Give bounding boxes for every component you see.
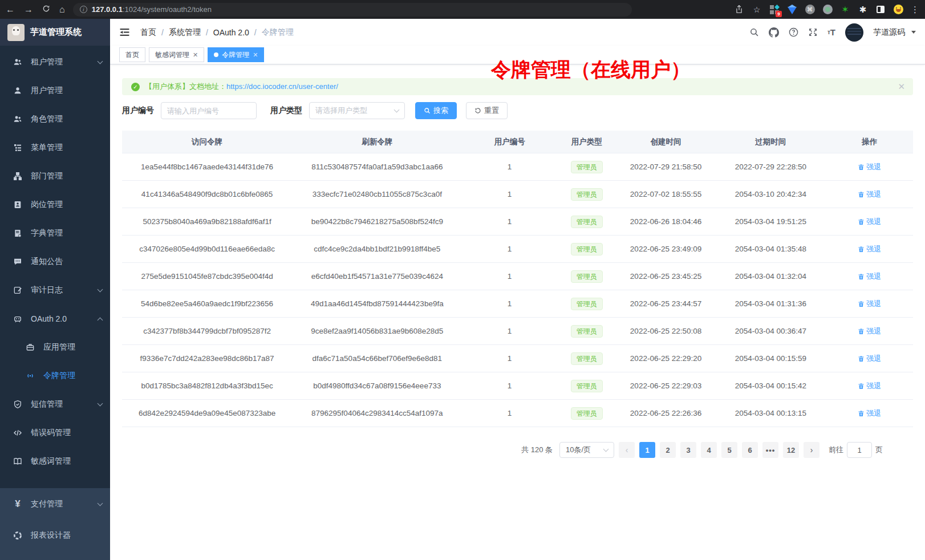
force-logout-button[interactable]: 强退 bbox=[858, 162, 881, 172]
page-button-2[interactable]: 2 bbox=[660, 442, 676, 458]
alert-doc-link[interactable]: https://doc.iocoder.cn/user-center/ bbox=[226, 82, 338, 91]
force-logout-button[interactable]: 强退 bbox=[858, 271, 881, 282]
app-logo[interactable]: 芋道管理系统 bbox=[0, 19, 110, 46]
user-caret-icon[interactable] bbox=[911, 31, 916, 34]
help-icon[interactable] bbox=[789, 27, 798, 37]
address-bar[interactable]: i 127.0.0.1:1024/system/oauth2/token bbox=[73, 3, 632, 17]
forward-icon[interactable]: → bbox=[24, 5, 33, 15]
force-logout-button[interactable]: 强退 bbox=[858, 189, 881, 200]
search-icon[interactable] bbox=[749, 27, 759, 37]
action-cell: 强退 bbox=[826, 162, 913, 172]
sidebar-item-OAuth 2.0[interactable]: OAuth 2.0 bbox=[0, 305, 110, 333]
page-button-12[interactable]: 12 bbox=[783, 442, 799, 458]
user-name[interactable]: 芋道源码 bbox=[873, 27, 905, 38]
font-size-icon[interactable]: тT bbox=[827, 27, 835, 37]
expire-time-cell: 2054-03-04 01:32:04 bbox=[715, 272, 826, 281]
force-logout-button[interactable]: 强退 bbox=[858, 244, 881, 254]
sidebar-item-菜单管理[interactable]: 菜单管理 bbox=[0, 133, 110, 162]
sidebar-item-令牌管理[interactable]: 令牌管理 bbox=[0, 362, 110, 390]
star-extension-icon[interactable]: ✶ bbox=[840, 5, 850, 15]
breadcrumb-oauth[interactable]: OAuth 2.0 bbox=[213, 28, 249, 37]
avatar[interactable] bbox=[845, 23, 863, 42]
fullscreen-icon[interactable] bbox=[808, 27, 818, 37]
table-row: c342377bf8b344799dcbf7bf095287f29ce8ef2a… bbox=[122, 318, 913, 345]
breadcrumb-home[interactable]: 首页 bbox=[140, 27, 156, 38]
sidebar-item-通知公告[interactable]: 通知公告 bbox=[0, 247, 110, 276]
expire-time-cell: 2054-03-04 01:31:36 bbox=[715, 299, 826, 308]
sidebar-item-应用管理[interactable]: 应用管理 bbox=[0, 333, 110, 362]
created-time-cell: 2022-06-25 22:29:20 bbox=[616, 354, 715, 363]
bookmark-star-icon[interactable]: ☆ bbox=[752, 5, 762, 15]
sidebar-item-敏感词管理[interactable]: 敏感词管理 bbox=[0, 447, 110, 476]
page-button-3[interactable]: 3 bbox=[680, 442, 696, 458]
sidebar-item-岗位管理[interactable]: 岗位管理 bbox=[0, 190, 110, 219]
openbook-icon bbox=[13, 456, 23, 466]
goto-page-input[interactable] bbox=[847, 442, 872, 458]
force-logout-button[interactable]: 强退 bbox=[858, 408, 881, 419]
sidebar-item-租户管理[interactable]: 租户管理 bbox=[0, 48, 110, 76]
page-button-4[interactable]: 4 bbox=[701, 442, 717, 458]
page-button-1[interactable]: 1 bbox=[639, 442, 655, 458]
people-icon bbox=[13, 57, 23, 67]
sidebar-item-支付管理[interactable]: ¥支付管理 bbox=[0, 488, 110, 520]
signal-icon bbox=[25, 371, 35, 381]
more-pages-button[interactable]: ••• bbox=[762, 442, 778, 458]
access-token-cell: 275e5de9151045fe87cbdc395e004f4d bbox=[122, 272, 292, 281]
sidebar-item-审计日志[interactable]: 审计日志 bbox=[0, 276, 110, 305]
gem-extension-icon[interactable] bbox=[787, 5, 797, 15]
sidebar-item-label: 字典管理 bbox=[31, 228, 102, 238]
reload-icon[interactable] bbox=[42, 5, 50, 15]
sidebar-item-label: 错误码管理 bbox=[31, 428, 102, 438]
tab-令牌管理[interactable]: 令牌管理✕ bbox=[208, 47, 264, 62]
github-icon[interactable] bbox=[769, 27, 779, 38]
page-button-5[interactable]: 5 bbox=[721, 442, 737, 458]
record-extension-icon[interactable] bbox=[822, 5, 833, 15]
tab-首页[interactable]: 首页 bbox=[119, 47, 145, 62]
asterisk-extension-icon[interactable]: ✱ bbox=[858, 5, 868, 15]
created-time-cell: 2022-06-25 22:29:03 bbox=[616, 382, 715, 390]
sidebar-item-短信管理[interactable]: 短信管理 bbox=[0, 390, 110, 419]
sidebar-item-部门管理[interactable]: 部门管理 bbox=[0, 162, 110, 190]
page-size-select[interactable]: 10条/页 bbox=[559, 442, 614, 458]
breadcrumb-system[interactable]: 系统管理 bbox=[169, 27, 201, 38]
created-time-cell: 2022-07-02 18:55:55 bbox=[616, 190, 715, 198]
force-logout-button[interactable]: 强退 bbox=[858, 381, 881, 391]
profile-emoji-icon[interactable] bbox=[893, 5, 903, 15]
user-id-input[interactable] bbox=[161, 102, 257, 119]
sidebar-item-用户管理[interactable]: 用户管理 bbox=[0, 76, 110, 105]
page-button-6[interactable]: 6 bbox=[742, 442, 758, 458]
people-icon bbox=[13, 114, 23, 124]
force-logout-button[interactable]: 强退 bbox=[858, 299, 881, 309]
alert-close-icon[interactable]: ✕ bbox=[898, 82, 905, 92]
tab-close-icon[interactable]: ✕ bbox=[253, 51, 258, 59]
sidebar-item-label: 租户管理 bbox=[31, 57, 98, 67]
command-extension-icon[interactable]: ⌘ bbox=[805, 5, 815, 15]
collapse-sidebar-icon[interactable] bbox=[119, 27, 130, 38]
browser-menu-icon[interactable]: ⋮ bbox=[911, 5, 919, 15]
tab-close-icon[interactable]: ✕ bbox=[193, 51, 198, 59]
share-icon[interactable] bbox=[734, 5, 744, 15]
user-type-select[interactable]: 请选择用户类型 bbox=[309, 102, 405, 119]
force-logout-button[interactable]: 强退 bbox=[858, 354, 881, 364]
access-token-cell: f9336e7c7dd242a283ee98dc86b17a87 bbox=[122, 354, 292, 363]
tab-敏感词管理[interactable]: 敏感词管理✕ bbox=[149, 47, 204, 62]
back-icon[interactable]: ← bbox=[6, 5, 15, 15]
sidebar-item-label: 用户管理 bbox=[31, 86, 102, 96]
search-button[interactable]: 搜索 bbox=[415, 102, 457, 119]
reset-button[interactable]: 重置 bbox=[466, 102, 508, 119]
column-header-过期时间: 过期时间 bbox=[715, 137, 826, 147]
column-header-操作: 操作 bbox=[826, 137, 913, 147]
sidebar-item-角色管理[interactable]: 角色管理 bbox=[0, 105, 110, 133]
force-logout-button[interactable]: 强退 bbox=[858, 217, 881, 227]
extension-grid-icon[interactable]: 9 bbox=[769, 5, 780, 15]
home-icon[interactable]: ⌂ bbox=[59, 5, 65, 15]
force-logout-button[interactable]: 强退 bbox=[858, 326, 881, 336]
sidebar-item-错误码管理[interactable]: 错误码管理 bbox=[0, 419, 110, 447]
site-info-icon[interactable]: i bbox=[80, 6, 87, 13]
column-header-刷新令牌: 刷新令牌 bbox=[292, 137, 462, 147]
prev-page-button[interactable]: ‹ bbox=[619, 442, 635, 458]
sidebar-item-字典管理[interactable]: 字典管理 bbox=[0, 219, 110, 247]
side-panel-icon[interactable] bbox=[875, 5, 886, 15]
sidebar-item-报表设计器[interactable]: 报表设计器 bbox=[0, 520, 110, 551]
next-page-button[interactable]: › bbox=[804, 442, 819, 458]
